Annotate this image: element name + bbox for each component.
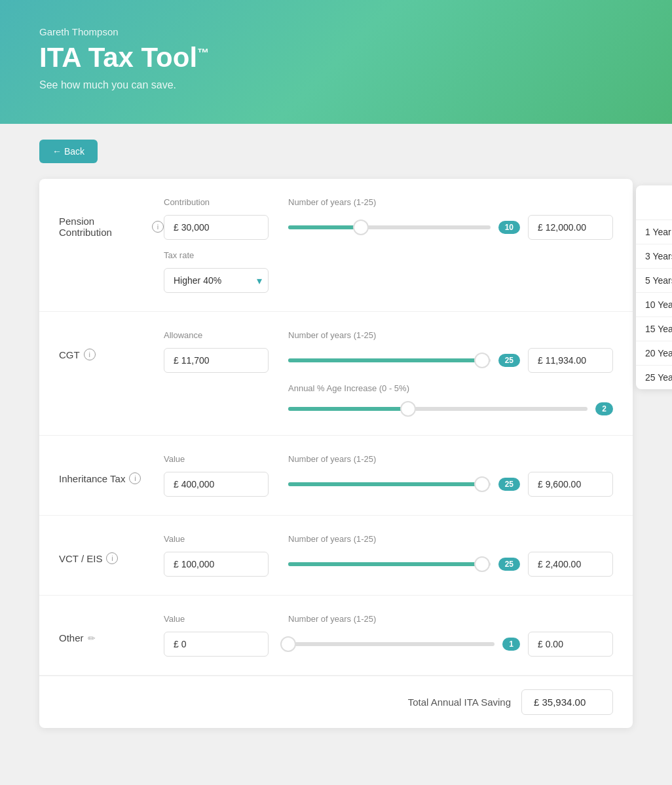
tax-rate-dropdown-wrap: Higher 40% Basic 20% ▾ [164,268,269,293]
year-item-3[interactable]: 3 Years [636,244,672,269]
vct-info-icon[interactable]: i [106,552,118,564]
main-card: 1 Year 3 Years 5 Years 10 Years 15 Years… [39,179,633,728]
other-value-input[interactable] [164,632,269,657]
vct-years-label: Number of years (1-25) [288,534,613,544]
cgt-allowance-label: Allowance [164,330,269,340]
other-result-input[interactable] [528,632,613,657]
inheritance-slider-group: Number of years (1-25) 25 [288,454,613,497]
cgt-info-icon[interactable]: i [84,349,96,360]
cgt-years-slider-container [288,353,491,368]
pension-contribution-input[interactable] [164,215,269,240]
contribution-label: Contribution [164,197,269,207]
tagline: See how much you can save. [39,79,633,91]
inheritance-years-badge: 25 [498,478,520,491]
cgt-years-label: Number of years (1-25) [288,330,613,340]
inheritance-years-label: Number of years (1-25) [288,454,613,464]
cgt-years-slider-fill [288,358,482,362]
year-item-20[interactable]: 20 Years [636,341,672,366]
inheritance-value-label: Value [164,454,269,464]
cgt-annual-slider-container [288,401,588,417]
vct-slider-fill [288,562,482,566]
vct-content: Value Number of years (1-25) 25 [164,534,613,577]
other-slider-row: 1 [288,632,613,657]
inheritance-slider-track [288,482,491,486]
inheritance-slider-fill [288,482,482,486]
inheritance-value-input[interactable] [164,472,269,497]
other-slider-container [288,636,495,652]
pension-slider-fill [288,225,361,229]
pension-slider-container [288,220,491,235]
total-label: Total Annual ITA Saving [408,697,511,708]
pension-years-label: Number of years (1-25) [288,197,613,207]
other-row: Other ✏ Value Number of years (1-25) 1 [39,596,633,676]
inheritance-info-icon[interactable]: i [129,472,141,484]
cgt-content: Allowance Number of years (1-25) 25 [164,330,613,417]
vct-value-label: Value [164,534,269,544]
pension-slider-track [288,225,491,229]
vct-slider-thumb[interactable] [474,556,490,572]
cgt-allowance-group: Allowance [164,330,269,373]
pension-info-icon[interactable]: i [152,221,164,233]
vct-label: VCT / EIS i [59,534,164,564]
cgt-label: CGT i [59,330,164,360]
right-panel: 1 Year 3 Years 5 Years 10 Years 15 Years… [636,185,672,389]
vct-result-input[interactable] [528,552,613,577]
inheritance-slider-thumb[interactable] [474,476,490,492]
total-row: Total Annual ITA Saving £ 35,934.00 [39,676,633,728]
cgt-annual-group: Annual % Age Increase (0 - 5%) 2 [288,383,613,417]
cgt-annual-badge: 2 [595,402,613,415]
back-area: ← Back [0,124,672,179]
inheritance-label: Inheritance Tax i [59,454,164,484]
tax-rate-dropdown[interactable]: Higher 40% Basic 20% [164,268,269,293]
cgt-years-slider-thumb[interactable] [474,353,490,368]
year-item-15[interactable]: 15 Years [636,317,672,341]
year-list: 1 Year 3 Years 5 Years 10 Years 15 Years… [636,220,672,389]
year-item-5[interactable]: 5 Years [636,269,672,293]
cgt-allowance-input[interactable] [164,348,269,373]
year-item-10[interactable]: 10 Years [636,293,672,317]
pension-result-input[interactable] [528,215,613,240]
cgt-years-badge: 25 [498,354,520,367]
inheritance-value-group: Value [164,454,269,497]
cgt-annual-slider-row: 2 [288,401,613,417]
year-item-25[interactable]: 25 Years [636,366,672,389]
vct-value-group: Value [164,534,269,577]
cgt-annual-slider-thumb[interactable] [400,401,416,417]
cgt-annual-slider-fill [288,407,408,411]
pension-slider-group: Number of years (1-25) 10 [288,197,613,240]
vct-years-badge: 25 [498,558,520,571]
vct-slider-row: 25 [288,552,613,577]
pension-slider-row: 10 [288,215,613,240]
app-title: ITA Tax Tool™ [39,43,633,73]
toggle-buttons [636,185,672,220]
header: Gareth Thompson ITA Tax Tool™ See how mu… [0,0,672,124]
back-button[interactable]: ← Back [39,140,98,163]
pension-slider-thumb[interactable] [353,220,369,235]
other-slider-group: Number of years (1-25) 1 [288,614,613,657]
cgt-result-input[interactable] [528,348,613,373]
tax-rate-label: Tax rate [164,250,269,260]
cgt-years-group: Number of years (1-25) 25 [288,330,613,373]
cgt-years-slider-row: 25 [288,348,613,373]
cgt-row: CGT i Allowance Number of years (1-25) [39,312,633,436]
inheritance-row: Inheritance Tax i Value Number of years … [39,436,633,516]
other-value-label: Value [164,614,269,624]
other-content: Value Number of years (1-25) 1 [164,614,613,657]
cgt-sliders: Number of years (1-25) 25 Annual % [288,330,613,417]
pension-contribution-group: Contribution Tax rate Higher 40% Basic 2… [164,197,269,293]
cgt-years-slider-track [288,358,491,362]
other-value-group: Value [164,614,269,657]
year-item-1[interactable]: 1 Year [636,220,672,244]
other-years-label: Number of years (1-25) [288,614,613,624]
pension-years-badge: 10 [498,221,520,234]
other-edit-icon[interactable]: ✏ [88,633,96,643]
vct-slider-container [288,556,491,572]
other-slider-thumb[interactable] [280,636,296,652]
total-value: £ 35,934.00 [521,689,613,715]
other-label: Other ✏ [59,614,164,643]
vct-value-input[interactable] [164,552,269,577]
vct-slider-track [288,562,491,566]
vct-row: VCT / EIS i Value Number of years (1-25) [39,516,633,596]
inheritance-result-input[interactable] [528,472,613,497]
cgt-annual-label: Annual % Age Increase (0 - 5%) [288,383,613,393]
